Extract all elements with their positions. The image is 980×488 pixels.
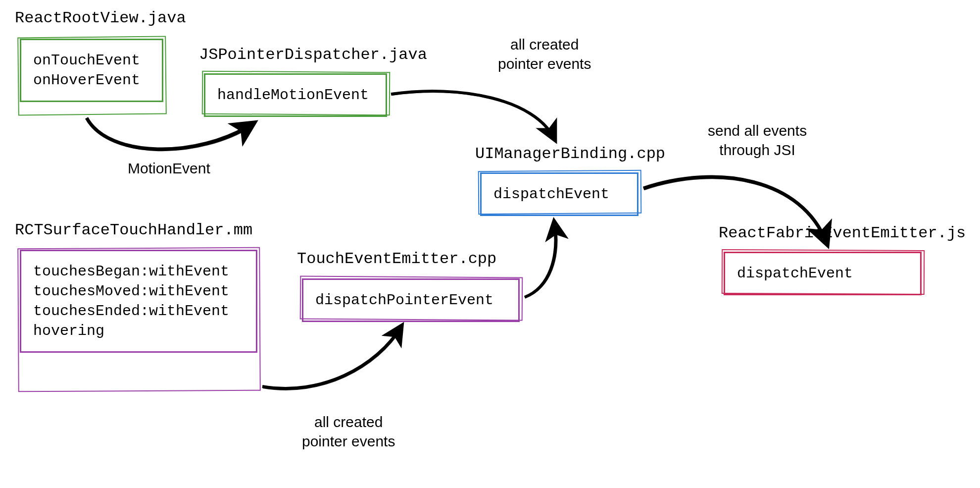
node-box-jspointerdispatcher: handleMotionEvent: [204, 73, 387, 117]
node-item: touchesMoved:withEvent: [33, 283, 244, 300]
arrow-reactrootview-to-jspointerdispatcher: [87, 118, 252, 149]
node-item: dispatchPointerEvent: [315, 292, 506, 309]
node-title-reactfabriceventemitter: ReactFabricEventEmitter.js: [719, 224, 966, 242]
node-title-rctsurfacetouchhandler: RCTSurfaceTouchHandler.mm: [15, 221, 252, 239]
arrow-toucheventemitter-to-uimanagerbinding: [525, 223, 556, 297]
node-title-jspointerdispatcher: JSPointerDispatcher.java: [199, 46, 427, 64]
node-item: touchesBegan:withEvent: [33, 263, 244, 280]
node-item: onTouchEvent: [33, 52, 150, 69]
node-title-uimanagerbinding: UIManagerBinding.cpp: [475, 145, 665, 163]
node-title-toucheventemitter: TouchEventEmitter.cpp: [297, 250, 496, 268]
node-item: dispatchEvent: [737, 265, 908, 282]
arrow-jspointerdispatcher-to-uimanagerbinding: [391, 91, 554, 139]
arrow-rctsurfacetouchhandler-to-toucheventemitter: [262, 327, 401, 388]
node-title-reactrootview: ReactRootView.java: [15, 9, 186, 27]
edge-label-all-created-pointer-events: all created pointer events: [302, 412, 395, 451]
node-item: dispatchEvent: [493, 186, 625, 203]
node-item: onHoverEvent: [33, 72, 150, 89]
node-box-reactrootview: onTouchEvent onHoverEvent: [20, 39, 163, 102]
edge-label-send-all-events: send all events through JSI: [708, 121, 807, 160]
node-box-uimanagerbinding: dispatchEvent: [480, 172, 638, 216]
node-item: handleMotionEvent: [217, 87, 374, 104]
node-box-toucheventemitter: dispatchPointerEvent: [302, 278, 520, 322]
node-item: hovering: [33, 323, 244, 339]
edge-label-motionevent: MotionEvent: [128, 159, 210, 178]
edge-label-all-created-pointer-events: all created pointer events: [498, 35, 591, 73]
node-box-reactfabriceventemitter: dispatchEvent: [724, 252, 922, 295]
node-box-rctsurfacetouchhandler: touchesBegan:withEvent touchesMoved:with…: [20, 250, 257, 353]
node-item: touchesEnded:withEvent: [33, 303, 244, 320]
